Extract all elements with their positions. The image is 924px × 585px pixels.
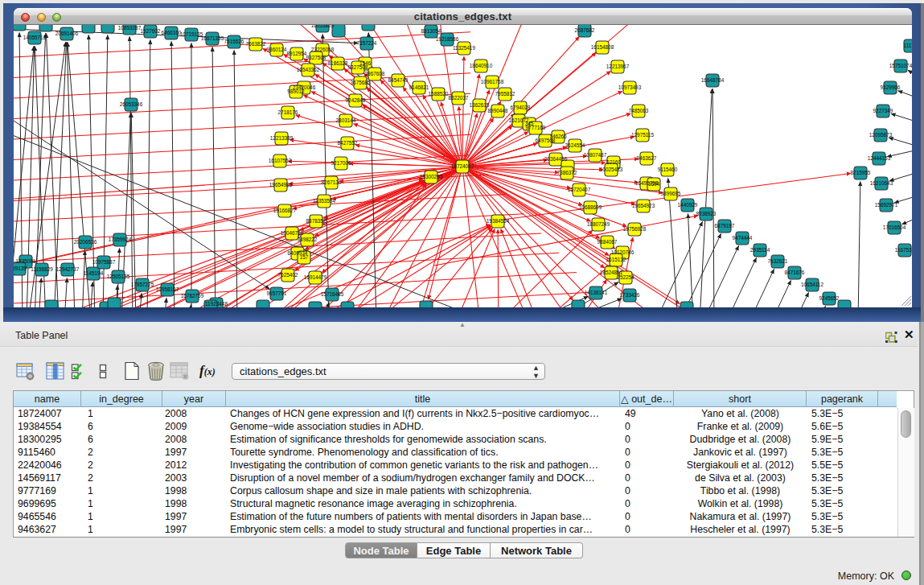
svg-text:10973493: 10973493: [618, 84, 642, 90]
svg-text:11174: 11174: [904, 43, 912, 48]
svg-text:9463627: 9463627: [637, 155, 657, 161]
svg-text:20364436: 20364436: [544, 156, 568, 162]
svg-text:16210643: 16210643: [870, 180, 893, 186]
svg-text:8427552: 8427552: [338, 140, 358, 146]
svg-text:19756928: 19756928: [623, 226, 647, 232]
svg-text:1694: 1694: [648, 181, 660, 187]
svg-text:10975887: 10975887: [92, 259, 116, 265]
svg-text:9146821: 9146821: [409, 84, 429, 90]
svg-text:1440929: 1440929: [678, 202, 698, 208]
svg-text:19166827: 19166827: [273, 208, 297, 213]
svg-text:1527602: 1527602: [141, 28, 161, 34]
svg-text:9474444: 9474444: [733, 235, 753, 241]
svg-text:14055712: 14055712: [23, 35, 47, 40]
svg-text:9245652: 9245652: [819, 295, 840, 301]
svg-text:11353594: 11353594: [313, 198, 335, 204]
svg-text:1145194: 1145194: [84, 270, 104, 276]
svg-text:10853287: 10853287: [118, 25, 142, 31]
svg-text:252254: 252254: [617, 274, 634, 280]
svg-text:10025433: 10025433: [600, 167, 623, 172]
svg-text:18640910: 18640910: [470, 63, 493, 68]
svg-text:12942737: 12942737: [56, 266, 80, 272]
svg-text:16154808: 16154808: [591, 44, 614, 50]
svg-text:6794028: 6794028: [511, 105, 531, 110]
svg-text:7663822: 7663822: [246, 41, 266, 47]
svg-text:16107552: 16107552: [269, 158, 292, 163]
svg-text:16782759: 16782759: [181, 293, 204, 299]
svg-text:15720407: 15720407: [568, 187, 591, 192]
svg-text:12444153: 12444153: [868, 155, 891, 161]
svg-text:23226058: 23226058: [311, 47, 335, 52]
svg-text:17016504: 17016504: [883, 225, 906, 230]
svg-text:14136141: 14136141: [585, 290, 608, 295]
svg-text:7515526: 7515526: [224, 39, 244, 44]
svg-text:9657791: 9657791: [267, 290, 287, 296]
svg-text:8215955: 8215955: [851, 170, 871, 175]
svg-text:10654112: 10654112: [801, 282, 823, 287]
svg-text:2087682: 2087682: [575, 27, 595, 33]
svg-text:8454749: 8454749: [388, 77, 409, 83]
svg-text:8813054: 8813054: [421, 28, 441, 34]
svg-text:8471676: 8471676: [785, 270, 805, 275]
svg-text:15751074: 15751074: [889, 63, 912, 68]
svg-text:6879197: 6879197: [715, 223, 735, 229]
svg-text:19384554: 19384554: [487, 218, 510, 224]
svg-text:1935081: 1935081: [16, 258, 36, 264]
svg-text:19218586: 19218586: [436, 36, 459, 42]
svg-text:16053809: 16053809: [311, 25, 335, 28]
svg-text:19654985: 19654985: [269, 182, 293, 187]
svg-text:17359924: 17359924: [109, 237, 132, 242]
svg-text:11923448: 11923448: [205, 301, 228, 307]
svg-text:989012: 989012: [287, 89, 305, 94]
svg-text:9242848: 9242848: [346, 97, 366, 103]
svg-text:9899695: 9899695: [661, 191, 681, 196]
svg-text:15716485: 15716485: [321, 291, 344, 297]
svg-text:1615132: 1615132: [606, 257, 626, 262]
svg-text:1362615: 1362615: [470, 102, 490, 108]
svg-text:12213389: 12213389: [270, 135, 294, 141]
svg-text:9115460: 9115460: [658, 167, 678, 172]
svg-text:16671355: 16671355: [201, 35, 224, 41]
svg-text:10688609: 10688609: [579, 204, 602, 210]
svg-text:9327508: 9327508: [306, 55, 326, 60]
svg-text:20691406: 20691406: [55, 31, 79, 36]
svg-text:1588520: 1588520: [429, 91, 449, 97]
svg-text:12975115: 12975115: [631, 132, 654, 138]
svg-text:11325419: 11325419: [453, 45, 475, 51]
svg-text:9217006: 9217006: [331, 160, 351, 166]
svg-text:9860124: 9860124: [267, 47, 287, 52]
svg-text:2718176: 2718176: [278, 109, 298, 115]
svg-text:10958107: 10958107: [156, 286, 179, 292]
svg-text:6497568: 6497568: [536, 138, 556, 143]
svg-text:2935114: 2935114: [750, 247, 770, 253]
svg-text:9777169: 9777169: [526, 125, 546, 130]
svg-text:9227349: 9227349: [873, 108, 893, 113]
svg-text:10719135: 10719135: [180, 31, 203, 37]
svg-text:10046756: 10046756: [281, 230, 304, 236]
svg-text:1167533: 1167533: [895, 247, 912, 253]
svg-text:39139: 39139: [14, 266, 27, 271]
svg-text:20206536: 20206536: [74, 239, 97, 245]
svg-text:7485063: 7485063: [629, 108, 649, 113]
svg-text:7625402: 7625402: [278, 272, 298, 278]
svg-text:19654923: 19654923: [632, 203, 655, 208]
svg-text:8912954: 8912954: [287, 51, 307, 56]
svg-text:18724007: 18724007: [451, 163, 474, 169]
svg-text:8878352: 8878352: [306, 218, 326, 224]
svg-text:9327508: 9327508: [348, 64, 368, 70]
svg-text:3624554: 3624554: [565, 142, 585, 148]
svg-text:12213967: 12213967: [606, 64, 630, 69]
svg-text:7632621: 7632621: [768, 258, 788, 264]
svg-text:12095873: 12095873: [869, 132, 893, 138]
svg-text:7955812: 7955812: [495, 91, 515, 97]
svg-text:7386372: 7386372: [557, 170, 577, 175]
svg-text:16648784: 16648784: [701, 77, 725, 83]
svg-text:9884067: 9884067: [598, 239, 618, 245]
svg-text:15692971: 15692971: [875, 202, 898, 208]
svg-text:8990448: 8990448: [488, 108, 508, 113]
svg-text:26053346: 26053346: [120, 101, 143, 107]
svg-text:2867608: 2867608: [365, 71, 385, 76]
svg-text:9329966: 9329966: [881, 84, 901, 90]
svg-text:8267130: 8267130: [322, 179, 342, 185]
svg-text:8186328: 8186328: [328, 60, 348, 66]
